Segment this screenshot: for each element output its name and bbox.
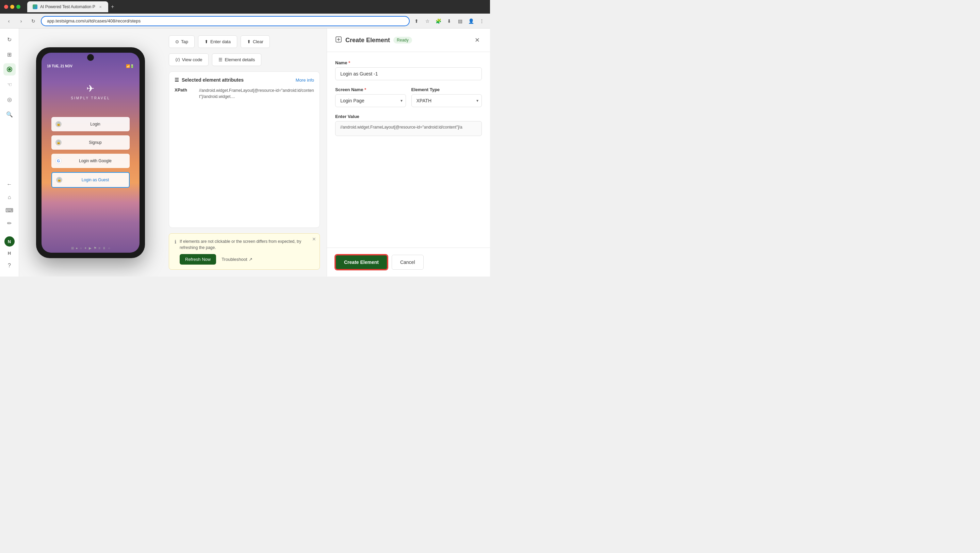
xpath-attribute-row: XPath //android.widget.FrameLayout[@reso… bbox=[175, 87, 314, 100]
clear-icon: ⬆ bbox=[247, 39, 251, 44]
cancel-button[interactable]: Cancel bbox=[392, 255, 424, 270]
sidebar-icon-layout[interactable]: ⊞ bbox=[3, 48, 16, 60]
sidebar-icon-refresh[interactable]: ↻ bbox=[3, 33, 16, 46]
view-code-button[interactable]: ⟨/⟩ View code bbox=[169, 53, 208, 66]
phone-guest-icon: 🔒 bbox=[56, 177, 62, 183]
sidebar-icon-record[interactable] bbox=[3, 63, 16, 76]
help-icon[interactable]: ? bbox=[3, 259, 16, 272]
tab-label: AI Powered Test Automation P bbox=[40, 5, 95, 9]
close-panel-button[interactable]: ✕ bbox=[472, 35, 482, 45]
user-avatar-h[interactable]: H bbox=[5, 248, 14, 258]
phone-frame: 18 TUE, 21 NOV 📶🔋 ✈ SIMPLY TRAVEL 🔒 Logi… bbox=[36, 47, 145, 258]
profile-icon[interactable]: 👤 bbox=[467, 17, 475, 25]
tap-button[interactable]: ⊙ Tap bbox=[169, 35, 195, 48]
forward-navigation-button[interactable]: › bbox=[16, 16, 26, 26]
enter-data-button[interactable]: ⬆ Enter data bbox=[198, 35, 237, 48]
xpath-value: //android.widget.FrameLayout[@resource-i… bbox=[199, 87, 314, 100]
info-box: ℹ If elements are not clickable or the s… bbox=[169, 233, 320, 270]
phone-signal-icons: 📶🔋 bbox=[126, 64, 134, 68]
phone-logo-area: ✈ SIMPLY TRAVEL bbox=[71, 83, 110, 100]
sidebar-toggle-icon[interactable]: ▤ bbox=[456, 17, 464, 25]
phone-signup-icon: 🔒 bbox=[56, 140, 62, 146]
right-panel-title: Create Element Ready bbox=[335, 36, 412, 44]
extensions-icon[interactable]: 🧩 bbox=[434, 17, 442, 25]
minimize-window-button[interactable] bbox=[10, 5, 14, 9]
new-tab-button[interactable]: + bbox=[108, 2, 117, 11]
url-text: app.testsigma.com/ui/td/cases/408/record… bbox=[47, 18, 140, 24]
phone-guest-button[interactable]: 🔒 Login as Guest bbox=[51, 172, 130, 188]
menu-icon[interactable]: ⋮ bbox=[478, 17, 486, 25]
main-layout: ↻ ⊞ ☜ ◎ 🔍 ← ⌂ ⌨ ✏ N H ? bbox=[0, 29, 490, 276]
clear-button[interactable]: ⬆ Clear bbox=[240, 35, 270, 48]
sidebar-icon-signal[interactable]: ◎ bbox=[3, 93, 16, 105]
phone-google-label: Login with Google bbox=[65, 159, 126, 163]
address-bar-icons: ⬆ ☆ 🧩 ⬇ ▤ 👤 ⋮ bbox=[412, 17, 486, 25]
attributes-title: ☰ Selected element attributes bbox=[175, 77, 243, 83]
enter-data-icon: ⬆ bbox=[205, 39, 208, 44]
element-details-icon: ☰ bbox=[218, 57, 223, 62]
sidebar-icon-back[interactable]: ← bbox=[3, 178, 16, 191]
active-tab[interactable]: AI Powered Test Automation P ✕ bbox=[27, 2, 108, 12]
right-panel-footer: Create Element Cancel bbox=[327, 248, 490, 276]
screen-name-group: Screen Name * Login Page Home Page Signu… bbox=[335, 87, 406, 107]
enter-value-display: //android.widget.FrameLayout[@resource-i… bbox=[335, 121, 482, 136]
clear-label: Clear bbox=[253, 39, 263, 44]
info-actions: Refresh Now Troubleshoot ↗ bbox=[180, 254, 314, 265]
reload-button[interactable]: ↻ bbox=[29, 16, 38, 26]
sidebar-icon-paint[interactable]: ✏ bbox=[3, 217, 16, 229]
maximize-window-button[interactable] bbox=[16, 5, 21, 9]
tab-close-button[interactable]: ✕ bbox=[98, 5, 103, 9]
troubleshoot-label: Troubleshoot bbox=[221, 257, 247, 262]
create-element-button[interactable]: Create Element bbox=[335, 255, 388, 270]
info-close-button[interactable]: ✕ bbox=[312, 236, 316, 242]
create-element-title: Create Element bbox=[345, 37, 390, 44]
view-code-icon: ⟨/⟩ bbox=[175, 57, 180, 62]
phone-google-button[interactable]: G Login with Google bbox=[51, 154, 130, 168]
element-type-select-wrapper: XPATH ID CSS NAME CLASS_NAME ▾ bbox=[411, 94, 482, 107]
troubleshoot-link[interactable]: Troubleshoot ↗ bbox=[221, 257, 252, 262]
tab-bar: AI Powered Test Automation P ✕ + bbox=[27, 2, 486, 12]
download-icon[interactable]: ⬇ bbox=[445, 17, 453, 25]
logo-text: SIMPLY TRAVEL bbox=[71, 96, 110, 100]
bookmark-icon[interactable]: ☆ bbox=[423, 17, 431, 25]
sidebar-icon-search[interactable]: 🔍 bbox=[3, 108, 16, 121]
phone-status-bar: 18 TUE, 21 NOV 📶🔋 bbox=[41, 63, 140, 69]
create-element-icon bbox=[335, 36, 342, 44]
name-input[interactable] bbox=[335, 67, 482, 80]
user-avatar-n[interactable]: N bbox=[5, 236, 14, 246]
form-row-screen-element: Screen Name * Login Page Home Page Signu… bbox=[335, 87, 482, 107]
right-panel-header: Create Element Ready ✕ bbox=[327, 29, 490, 52]
screen-name-select[interactable]: Login Page Home Page Signup Page bbox=[335, 94, 406, 107]
screen-name-label: Screen Name * bbox=[335, 87, 406, 92]
tap-label: Tap bbox=[181, 39, 188, 44]
element-type-select[interactable]: XPATH ID CSS NAME CLASS_NAME bbox=[411, 94, 482, 107]
more-info-link[interactable]: More info bbox=[296, 78, 314, 83]
back-navigation-button[interactable]: ‹ bbox=[4, 16, 14, 26]
share-icon[interactable]: ⬆ bbox=[412, 17, 421, 25]
address-bar[interactable]: app.testsigma.com/ui/td/cases/408/record… bbox=[41, 16, 410, 26]
close-window-button[interactable] bbox=[4, 5, 8, 9]
phone-login-button[interactable]: 🔒 Login bbox=[51, 117, 130, 131]
xpath-label: XPath bbox=[175, 87, 195, 100]
screen-name-select-wrapper: Login Page Home Page Signup Page ▾ bbox=[335, 94, 406, 107]
sidebar-icon-touch[interactable]: ☜ bbox=[3, 78, 16, 91]
tap-icon: ⊙ bbox=[175, 39, 179, 44]
info-icon: ℹ bbox=[175, 239, 176, 245]
element-details-button[interactable]: ☰ Element details bbox=[212, 53, 261, 66]
phone-screen: 18 TUE, 21 NOV 📶🔋 ✈ SIMPLY TRAVEL 🔒 Logi… bbox=[41, 53, 140, 253]
info-message: If elements are not clickable or the scr… bbox=[180, 238, 314, 251]
phone-signup-label: Signup bbox=[65, 140, 126, 145]
phone-time: 18 TUE, 21 NOV bbox=[47, 64, 73, 68]
attributes-header: ☰ Selected element attributes More info bbox=[175, 77, 314, 83]
attributes-title-text: Selected element attributes bbox=[182, 77, 243, 83]
phone-login-icon: 🔒 bbox=[56, 121, 62, 127]
browser-chrome: AI Powered Test Automation P ✕ + bbox=[0, 0, 490, 14]
sidebar-bottom: ← ⌂ ⌨ ✏ N H ? bbox=[3, 178, 16, 272]
view-code-label: View code bbox=[182, 57, 202, 62]
external-link-icon: ↗ bbox=[249, 257, 253, 262]
sidebar-icon-home[interactable]: ⌂ bbox=[3, 191, 16, 203]
refresh-now-button[interactable]: Refresh Now bbox=[180, 254, 216, 265]
sidebar-icon-keyboard[interactable]: ⌨ bbox=[3, 204, 16, 216]
phone-bottom-nav: ⊞ ● ○ ✦ ▶ ⚑ ≡ ⏸ ○ bbox=[71, 246, 110, 250]
phone-signup-button[interactable]: 🔒 Signup bbox=[51, 135, 130, 149]
